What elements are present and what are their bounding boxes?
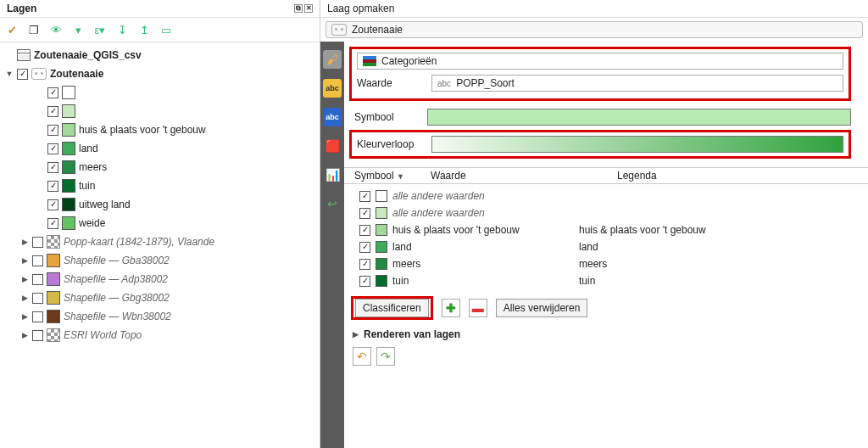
category-item[interactable]: tuin bbox=[44, 176, 318, 195]
color-swatch bbox=[376, 241, 387, 253]
checkbox[interactable] bbox=[359, 242, 370, 253]
3d-tab-icon[interactable]: 🟥 bbox=[323, 137, 342, 155]
add-category-button[interactable]: ✚ bbox=[442, 299, 460, 317]
layer-item[interactable]: ▶ ESRI World Topo bbox=[17, 326, 318, 344]
category-item[interactable] bbox=[44, 102, 318, 120]
color-swatch bbox=[47, 272, 60, 286]
layer-group[interactable]: ▼ Zoutenaaie bbox=[2, 64, 318, 83]
color-swatch bbox=[376, 258, 387, 270]
collapse-icon[interactable]: ↥ bbox=[136, 21, 153, 38]
category-row[interactable]: land land bbox=[359, 238, 868, 255]
row-legend: land bbox=[579, 241, 598, 253]
symbology-tab-icon[interactable]: 🖌 bbox=[323, 50, 342, 69]
category-row[interactable]: tuin tuin bbox=[359, 272, 868, 289]
category-row[interactable]: alle andere waarden bbox=[359, 188, 868, 204]
color-swatch bbox=[47, 254, 60, 267]
expand-icon[interactable]: ↧ bbox=[114, 21, 131, 38]
close-icon[interactable]: ✕ bbox=[304, 4, 313, 13]
expression-icon[interactable]: ε▾ bbox=[92, 21, 108, 38]
visibility-icon[interactable]: 👁 bbox=[47, 21, 64, 38]
category-row[interactable]: meers meers bbox=[359, 255, 868, 272]
layer-label: Shapefile — Gbg38002 bbox=[64, 292, 170, 304]
checkbox[interactable] bbox=[47, 162, 58, 173]
col-symbol[interactable]: Symbool bbox=[354, 170, 394, 182]
row-value: meers bbox=[392, 258, 574, 270]
category-item[interactable]: uitweg land bbox=[44, 195, 318, 214]
checkbox[interactable] bbox=[47, 106, 58, 117]
category-item[interactable]: huis & plaats voor 't gebouw bbox=[44, 120, 318, 139]
layer-rendering-section[interactable]: ▶ Renderen van lagen bbox=[344, 325, 868, 344]
col-value[interactable]: Waarde bbox=[431, 170, 617, 182]
layer-item[interactable]: ▶ Shapefile — Adp38002 bbox=[17, 270, 318, 288]
layer-item[interactable]: ▶ Shapefile — Wbn38002 bbox=[17, 307, 318, 326]
value-field-selector[interactable]: abc POPP_Soort bbox=[431, 75, 843, 92]
diagram-tab-icon[interactable]: 📊 bbox=[323, 165, 342, 184]
col-legend[interactable]: Legenda bbox=[617, 170, 657, 182]
color-swatch bbox=[62, 216, 75, 230]
checkbox[interactable] bbox=[32, 255, 43, 266]
labels-tab-icon[interactable]: abc bbox=[323, 79, 342, 98]
category-grid[interactable]: alle andere waarden alle andere waarden … bbox=[344, 186, 868, 291]
highlight-color-ramp: Kleurverloop bbox=[349, 130, 851, 159]
undock-icon[interactable]: ⧉ bbox=[294, 4, 303, 13]
checkbox[interactable] bbox=[47, 125, 58, 136]
row-value: alle andere waarden bbox=[392, 190, 574, 202]
checkbox[interactable] bbox=[32, 330, 43, 341]
checkbox[interactable] bbox=[32, 293, 43, 304]
filter-icon[interactable]: ▾ bbox=[70, 21, 86, 38]
remove-icon[interactable]: ▭ bbox=[158, 21, 175, 38]
layers-tree[interactable]: Zoutenaaie_QGIS_csv ▼ Zoutenaaie huis & … bbox=[0, 42, 320, 348]
category-row[interactable]: huis & plaats voor 't gebouw huis & plaa… bbox=[359, 221, 868, 238]
style-icon[interactable]: ✔ bbox=[3, 21, 20, 38]
checkbox[interactable] bbox=[47, 199, 58, 210]
layers-panel: Lagen ⧉ ✕ ✔ ❐ 👁 ▾ ε▾ ↧ ↥ ▭ Zoutenaaie_QG… bbox=[0, 0, 320, 448]
delete-all-button[interactable]: Alles verwijderen bbox=[496, 299, 588, 317]
redo-button[interactable]: ↷ bbox=[376, 347, 395, 366]
category-item[interactable]: land bbox=[44, 139, 318, 158]
checkbox[interactable] bbox=[32, 311, 43, 322]
layer-label: ESRI World Topo bbox=[64, 329, 142, 341]
layer-item[interactable]: ▶ Shapefile — Gbg38002 bbox=[17, 288, 318, 307]
checkbox[interactable] bbox=[47, 87, 58, 98]
remove-category-button[interactable]: ▬ bbox=[469, 299, 487, 317]
color-swatch bbox=[47, 310, 60, 323]
category-row[interactable]: alle andere waarden bbox=[359, 204, 868, 221]
color-ramp-selector[interactable] bbox=[431, 136, 843, 153]
layer-selector[interactable]: Zoutenaaie bbox=[326, 21, 863, 38]
checkbox[interactable] bbox=[47, 181, 58, 192]
category-item[interactable]: weide bbox=[44, 214, 318, 232]
classify-button[interactable]: Classificeren bbox=[355, 299, 429, 317]
layers-title-text: Lagen bbox=[7, 3, 36, 14]
checkbox[interactable] bbox=[32, 274, 43, 285]
checkbox[interactable] bbox=[47, 218, 58, 229]
category-label: tuin bbox=[79, 180, 95, 192]
checkbox[interactable] bbox=[47, 143, 58, 154]
add-group-icon[interactable]: ❐ bbox=[25, 21, 42, 38]
highlight-classify: Classificeren bbox=[351, 296, 433, 320]
layer-label: Zoutenaaie bbox=[50, 68, 103, 80]
checkbox[interactable] bbox=[359, 225, 370, 236]
renderer-label: Categorieën bbox=[381, 55, 437, 67]
color-swatch bbox=[62, 198, 75, 211]
masks-tab-icon[interactable]: abc bbox=[323, 108, 342, 126]
checkbox[interactable] bbox=[359, 191, 370, 202]
category-item[interactable]: meers bbox=[44, 158, 318, 176]
layer-item[interactable]: ▶ Shapefile — Gba38002 bbox=[17, 251, 318, 270]
symbol-preview[interactable] bbox=[427, 109, 851, 126]
undo-button[interactable]: ↶ bbox=[353, 347, 371, 366]
checkbox[interactable] bbox=[359, 276, 370, 287]
color-swatch bbox=[62, 123, 75, 137]
checkbox[interactable] bbox=[17, 69, 28, 80]
layer-label: Zoutenaaie_QGIS_csv bbox=[34, 49, 142, 61]
color-ramp-label: Kleurverloop bbox=[357, 138, 425, 150]
category-item[interactable] bbox=[44, 83, 318, 102]
renderer-selector[interactable]: Categorieën bbox=[357, 53, 843, 70]
category-label: uitweg land bbox=[79, 199, 131, 210]
layer-csv[interactable]: Zoutenaaie_QGIS_csv bbox=[2, 46, 318, 64]
checkbox[interactable] bbox=[359, 208, 370, 219]
symbol-label: Symbool bbox=[354, 111, 427, 123]
layer-item[interactable]: ▶ Popp-kaart (1842-1879), Vlaande bbox=[17, 232, 318, 251]
checkbox[interactable] bbox=[32, 237, 43, 248]
checkbox[interactable] bbox=[359, 259, 370, 270]
history-tab-icon[interactable]: ↩ bbox=[323, 194, 342, 213]
